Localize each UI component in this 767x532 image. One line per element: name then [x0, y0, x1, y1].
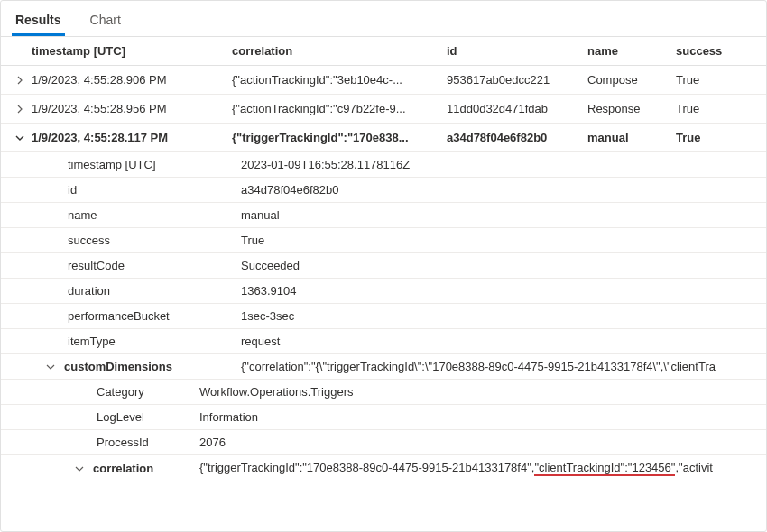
detail-row: resultCode Succeeded: [1, 253, 766, 279]
cell-correlation: {"actionTrackingId":"c97b22fe-9...: [223, 95, 438, 123]
detail-value: Information: [198, 410, 766, 424]
cell-correlation: {"triggerTrackingId":"170e838...: [223, 124, 438, 151]
detail-label: duration: [1, 284, 237, 298]
table-row-expanded[interactable]: 1/9/2023, 4:55:28.117 PM {"triggerTracki…: [1, 124, 766, 152]
cell-name: manual: [578, 124, 667, 151]
cell-id: a34d78f04e6f82b0: [438, 124, 578, 151]
cell-id: 11dd0d32d471fdab: [438, 95, 578, 123]
chevron-down-icon[interactable]: [8, 133, 32, 142]
detail-value: 2023-01-09T16:55:28.1178116Z: [237, 158, 766, 171]
correlation-text-prefix: {"triggerTrackingId":"170e8388-89c0-4475…: [199, 461, 534, 474]
detail-label: timestamp [UTC]: [1, 158, 237, 171]
header-id[interactable]: id: [438, 37, 578, 65]
detail-row: performanceBucket 1sec-3sec: [1, 304, 766, 329]
detail-row: name manual: [1, 203, 766, 228]
detail-label: id: [1, 183, 237, 197]
cell-timestamp: 1/9/2023, 4:55:28.956 PM: [32, 102, 167, 115]
table-row[interactable]: 1/9/2023, 4:55:28.906 PM {"actionTrackin…: [1, 66, 766, 95]
detail-label: resultCode: [1, 259, 237, 272]
cell-timestamp: 1/9/2023, 4:55:28.117 PM: [32, 131, 168, 144]
detail-value: Succeeded: [237, 259, 766, 272]
detail-row: duration 1363.9104: [1, 279, 766, 304]
detail-value: a34d78f04e6f82b0: [237, 183, 766, 197]
detail-label: customDimensions: [64, 360, 172, 373]
detail-row: Category Workflow.Operations.Triggers: [1, 380, 766, 405]
detail-row: itemType request: [1, 329, 766, 354]
detail-value: manual: [237, 208, 766, 222]
detail-label: performanceBucket: [1, 309, 237, 323]
chevron-right-icon[interactable]: [8, 76, 32, 85]
chevron-down-icon[interactable]: [75, 464, 93, 473]
detail-label: name: [1, 208, 237, 222]
tab-results[interactable]: Results: [12, 5, 65, 36]
cell-id: 953617ab0edcc221: [438, 66, 578, 94]
detail-label: LogLevel: [1, 410, 198, 424]
tabs-bar: Results Chart: [1, 1, 766, 37]
detail-row: ProcessId 2076: [1, 430, 766, 455]
header-correlation[interactable]: correlation: [223, 37, 438, 65]
correlation-highlight: "clientTrackingId":"123456": [534, 461, 675, 476]
detail-value: True: [237, 234, 766, 247]
detail-label: ProcessId: [1, 436, 198, 449]
detail-row: timestamp [UTC] 2023-01-09T16:55:28.1178…: [1, 152, 766, 178]
cell-name: Response: [578, 95, 667, 123]
cell-timestamp: 1/9/2023, 4:55:28.906 PM: [32, 73, 167, 87]
detail-value: {"triggerTrackingId":"170e8388-89c0-4475…: [198, 461, 766, 476]
detail-value: 1sec-3sec: [237, 309, 766, 323]
chevron-down-icon[interactable]: [46, 362, 64, 371]
detail-label: correlation: [93, 462, 153, 475]
detail-value: 2076: [198, 436, 766, 449]
detail-row: success True: [1, 228, 766, 253]
detail-value: request: [237, 335, 766, 348]
detail-value: {"correlation":"{\"triggerTrackingId\":\…: [237, 360, 766, 373]
cell-success: True: [667, 124, 766, 151]
detail-row-correlation[interactable]: correlation {"triggerTrackingId":"170e83…: [1, 455, 766, 482]
detail-value: Workflow.Operations.Triggers: [198, 385, 766, 399]
detail-label: itemType: [1, 335, 237, 348]
results-grid: timestamp [UTC] correlation id name succ…: [1, 37, 766, 482]
header-name[interactable]: name: [578, 37, 667, 65]
detail-row: id a34d78f04e6f82b0: [1, 178, 766, 203]
correlation-text-suffix: ,"activit: [675, 461, 712, 474]
chevron-right-icon[interactable]: [8, 105, 32, 114]
table-row[interactable]: 1/9/2023, 4:55:28.956 PM {"actionTrackin…: [1, 95, 766, 124]
grid-header: timestamp [UTC] correlation id name succ…: [1, 37, 766, 66]
detail-value: 1363.9104: [237, 284, 766, 298]
cell-correlation: {"actionTrackingId":"3eb10e4c-...: [223, 66, 438, 94]
header-timestamp[interactable]: timestamp [UTC]: [1, 37, 223, 65]
tab-chart[interactable]: Chart: [87, 5, 125, 36]
detail-label: success: [1, 234, 237, 247]
cell-success: True: [667, 66, 766, 94]
detail-row-customdimensions[interactable]: customDimensions {"correlation":"{\"trig…: [1, 354, 766, 380]
detail-label: Category: [1, 385, 198, 399]
header-success[interactable]: success: [667, 37, 766, 65]
detail-row: LogLevel Information: [1, 405, 766, 430]
cell-success: True: [667, 95, 766, 123]
cell-name: Compose: [578, 66, 667, 94]
